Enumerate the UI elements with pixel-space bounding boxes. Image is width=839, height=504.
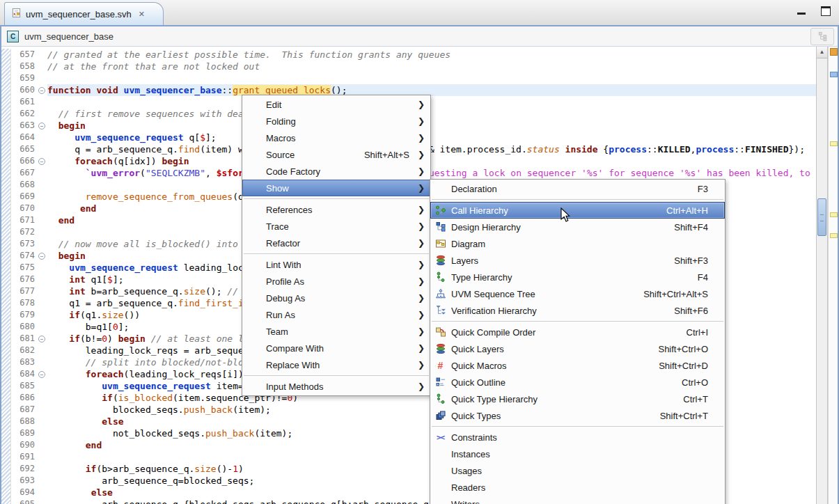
menu-item-label: Declaration bbox=[451, 184, 684, 194]
fold-column[interactable] bbox=[37, 155, 47, 167]
breadcrumb-item[interactable]: uvm_sequencer_base bbox=[24, 31, 113, 42]
code-line[interactable]: 659 bbox=[1, 72, 816, 84]
menu-item-call-hierarchy[interactable]: Call HierarchyCtrl+Alt+H bbox=[430, 202, 725, 219]
menu-item-layers[interactable]: LayersShift+F3 bbox=[430, 252, 725, 269]
maximize-icon[interactable] bbox=[821, 6, 831, 16]
fold-column[interactable] bbox=[37, 120, 47, 132]
menu-item-quick-types[interactable]: Quick TypesShift+Ctrl+T bbox=[430, 407, 725, 424]
occurrence-marker[interactable] bbox=[830, 212, 838, 217]
fold-collapse-icon[interactable] bbox=[38, 123, 45, 129]
marker-bar bbox=[1, 167, 11, 179]
marker-bar bbox=[1, 463, 11, 475]
fold-column[interactable] bbox=[37, 84, 47, 96]
menu-accelerator: F4 bbox=[698, 272, 708, 283]
line-number: 693 bbox=[11, 475, 37, 487]
submenu-arrow-icon: ❯ bbox=[418, 238, 425, 248]
menu-item-type-hierarchy[interactable]: Type HierarchyF4 bbox=[430, 269, 725, 285]
menu-item-macros[interactable]: Macros❯ bbox=[242, 129, 430, 146]
overview-ruler[interactable] bbox=[828, 47, 838, 504]
menu-item-debug-as[interactable]: Debug As❯ bbox=[242, 290, 430, 306]
fold-column[interactable] bbox=[37, 250, 47, 262]
line-number: 687 bbox=[11, 404, 37, 416]
fold-collapse-icon[interactable] bbox=[38, 158, 45, 165]
menu-item-verification-hierarchy[interactable]: Verification HierarchyShift+F6 bbox=[430, 302, 725, 319]
code-text: q = arb_sequence_q.find(item) with (item… bbox=[47, 143, 816, 155]
marker-bar bbox=[1, 72, 11, 84]
menu-item-edit[interactable]: Edit❯ bbox=[242, 96, 430, 113]
line-number: 695 bbox=[11, 498, 37, 504]
fold-column bbox=[37, 61, 47, 72]
fold-column bbox=[37, 380, 47, 392]
vertical-scrollbar[interactable]: ▲ bbox=[816, 47, 828, 504]
fold-collapse-icon[interactable] bbox=[38, 336, 45, 342]
fold-collapse-icon[interactable] bbox=[38, 371, 45, 378]
menu-item-uvm-sequence-tree[interactable]: UVM Sequence TreeShift+Ctrl+Alt+S bbox=[430, 285, 725, 302]
menu-item-instances[interactable]: Instances bbox=[430, 446, 725, 462]
verification-hierarchy-icon bbox=[434, 305, 446, 316]
menu-item-folding[interactable]: Folding❯ bbox=[242, 113, 430, 129]
menu-item-writers[interactable]: Writers bbox=[430, 496, 725, 504]
context-menu: Edit❯Folding❯Macros❯SourceShift+Alt+S❯Co… bbox=[242, 95, 431, 396]
fold-collapse-icon[interactable] bbox=[38, 87, 45, 94]
menu-item-design-hierarchy[interactable]: Design HierarchyShift+F4 bbox=[430, 219, 725, 235]
menu-item-label: Writers bbox=[451, 499, 716, 504]
hierarchy-button[interactable] bbox=[810, 28, 834, 45]
fold-column bbox=[37, 498, 47, 504]
code-line[interactable]: 657// granted at the earliest possible t… bbox=[1, 49, 816, 61]
menu-item-quick-layers[interactable]: Quick LayersShift+Ctrl+O bbox=[430, 340, 725, 357]
submenu-arrow-icon: ❯ bbox=[418, 133, 425, 143]
menu-item-label: Quick Macros bbox=[451, 361, 645, 371]
menu-item-quick-outline[interactable]: Quick OutlineCtrl+O bbox=[430, 374, 725, 391]
tab-uvm-sequencer-base-svh[interactable]: uvm_sequencer_base.svh ✕ bbox=[4, 2, 164, 26]
menu-item-team[interactable]: Team❯ bbox=[242, 323, 430, 340]
menu-item-code-factory[interactable]: Code Factory❯ bbox=[242, 163, 430, 180]
macros-icon: # bbox=[434, 360, 446, 371]
occurrence-marker[interactable] bbox=[830, 72, 838, 77]
menu-item-profile-as[interactable]: Profile As❯ bbox=[242, 273, 430, 290]
menu-item-quick-compile-order[interactable]: Quick Compile OrderCtrl+I bbox=[430, 324, 725, 340]
marker-bar bbox=[1, 427, 11, 439]
occurrence-marker[interactable] bbox=[830, 233, 838, 238]
menu-item-diagram[interactable]: Diagram bbox=[430, 235, 725, 252]
close-icon[interactable]: ✕ bbox=[139, 10, 145, 19]
code-text: // at the front that are not locked out bbox=[47, 61, 816, 72]
menu-item-usages[interactable]: Usages bbox=[430, 462, 725, 479]
minimize-icon[interactable] bbox=[797, 8, 806, 15]
fold-collapse-icon[interactable] bbox=[38, 253, 45, 260]
menu-item-trace[interactable]: Trace❯ bbox=[242, 218, 430, 235]
code-text: function void uvm_sequencer_base::grant_… bbox=[47, 84, 816, 96]
menu-item-run-as[interactable]: Run As❯ bbox=[242, 306, 430, 323]
scrollbar-thumb[interactable] bbox=[817, 198, 826, 236]
marker-bar bbox=[1, 214, 11, 226]
menu-item-lint-with[interactable]: Lint With❯ bbox=[242, 256, 430, 273]
menu-item-quick-type-hierarchy[interactable]: Quick Type HierarchyCtrl+T bbox=[430, 391, 725, 407]
code-line[interactable]: 658// at the front that are not locked o… bbox=[1, 61, 816, 72]
menu-item-input-methods[interactable]: Input Methods❯ bbox=[242, 378, 430, 395]
fold-column bbox=[37, 96, 47, 108]
menu-item-declaration[interactable]: DeclarationF3 bbox=[430, 180, 725, 197]
menu-item-readers[interactable]: Readers bbox=[430, 479, 725, 496]
occurrence-marker[interactable] bbox=[830, 141, 838, 146]
menu-item-show[interactable]: Show❯ bbox=[242, 180, 430, 196]
menu-item-source[interactable]: SourceShift+Alt+S❯ bbox=[242, 146, 430, 163]
scroll-up-arrow-icon[interactable]: ▲ bbox=[817, 47, 827, 58]
submenu-arrow-icon: ❯ bbox=[418, 293, 425, 303]
fold-column[interactable] bbox=[37, 368, 47, 380]
fold-column bbox=[37, 309, 47, 321]
layers-icon bbox=[434, 255, 446, 266]
menu-separator bbox=[244, 253, 429, 254]
overview-header-icon[interactable] bbox=[830, 48, 838, 56]
menu-item-compare-with[interactable]: Compare With❯ bbox=[242, 340, 430, 356]
menu-item-replace-with[interactable]: Replace With❯ bbox=[242, 356, 430, 373]
line-number: 676 bbox=[11, 274, 37, 285]
line-number: 669 bbox=[11, 191, 37, 203]
marker-bar bbox=[1, 155, 11, 167]
menu-item-refactor[interactable]: Refactor❯ bbox=[242, 235, 430, 251]
menu-item-references[interactable]: References❯ bbox=[242, 201, 430, 218]
line-number: 689 bbox=[11, 427, 37, 439]
menu-item-constraints[interactable]: ><Constraints bbox=[430, 429, 725, 446]
menu-item-quick-macros[interactable]: #Quick MacrosShift+Ctrl+D bbox=[430, 357, 725, 374]
fold-column[interactable] bbox=[37, 333, 47, 345]
fold-column bbox=[37, 132, 47, 143]
line-number: 670 bbox=[11, 203, 37, 214]
